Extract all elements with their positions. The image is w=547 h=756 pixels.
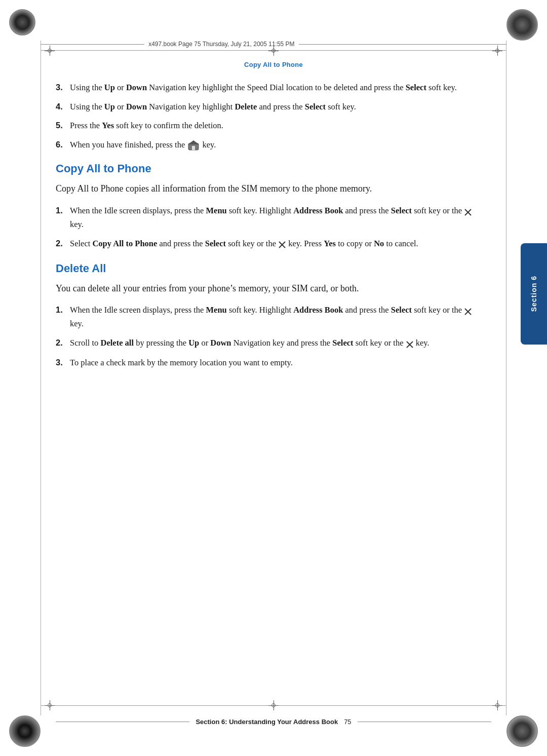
delete-step-1-num: 1. [56,304,70,330]
header-line-right [299,44,506,45]
corner-decoration-tl [9,9,35,35]
step-3: 3. Using the Up or Down Navigation key h… [56,81,481,94]
step-5-text: Press the Yes soft key to confirm the de… [70,119,223,132]
delete-all-intro: You can delete all your entries from you… [56,281,481,296]
copy-step-2: 2. Select Copy All to Phone and press th… [56,237,481,251]
crosshair-bot-mid [268,700,279,710]
svg-marker-1 [188,140,199,144]
step-4-num: 4. [56,100,70,114]
crosshair-bot-left [45,700,55,710]
svg-rect-2 [192,146,195,150]
corner-decoration-tr [506,9,538,41]
running-header-text: Copy All to Phone [244,61,303,68]
copy-step-2-num: 2. [56,237,70,251]
step-6-text: When you have finished, press the key. [70,138,216,152]
x-icon-3 [464,305,472,318]
footer: Section 6: Understanding Your Address Bo… [56,718,491,726]
copy-step-1: 1. When the Idle screen displays, press … [56,204,481,231]
step-3-num: 3. [56,81,70,94]
footer-page-number: 75 [344,718,351,726]
delete-all-steps: 1. When the Idle screen displays, press … [56,304,481,369]
step-5: 5. Press the Yes soft key to confirm the… [56,119,481,132]
delete-step-1: 1. When the Idle screen displays, press … [56,304,481,330]
delete-step-2-text: Scroll to Delete all by pressing the Up … [70,336,429,350]
copy-step-1-num: 1. [56,204,70,231]
delete-step-2-num: 2. [56,336,70,350]
x-icon-2 [278,238,286,251]
footer-line-left [56,722,189,722]
copy-all-intro: Copy All to Phone copies all information… [56,181,481,196]
left-rule [41,41,41,715]
step-6-num: 6. [56,138,70,152]
footer-section-text: Section 6: Understanding Your Address Bo… [196,718,338,726]
delete-step-2: 2. Scroll to Delete all by pressing the … [56,336,481,350]
home-icon [188,140,199,150]
corner-decoration-bl [9,715,41,747]
step-5-num: 5. [56,119,70,132]
initial-steps-list: 3. Using the Up or Down Navigation key h… [56,81,481,151]
step-4-text: Using the Up or Down Navigation key high… [70,100,356,114]
delete-step-3: 3. To place a check mark by the memory l… [56,356,481,369]
copy-step-2-text: Select Copy All to Phone and press the S… [70,237,418,251]
header-line-left [41,44,144,45]
corner-decoration-br [506,715,538,747]
section-tab-label: Section 6 [530,276,538,312]
section-tab: Section 6 [521,243,547,345]
delete-step-1-text: When the Idle screen displays, press the… [70,304,481,330]
copy-all-steps: 1. When the Idle screen displays, press … [56,204,481,251]
right-rule [506,41,506,715]
file-info: x497.book Page 75 Thursday, July 21, 200… [144,41,298,48]
x-icon-4 [406,337,414,350]
main-content: 3. Using the Up or Down Navigation key h… [56,76,481,690]
delete-step-3-text: To place a check mark by the memory loca… [70,356,293,369]
header-bar: x497.book Page 75 Thursday, July 21, 200… [41,41,506,48]
step-4: 4. Using the Up or Down Navigation key h… [56,100,481,114]
delete-all-heading: Delete All [56,262,481,275]
step-6: 6. When you have finished, press the key… [56,138,481,152]
copy-all-heading: Copy All to Phone [56,162,481,175]
step-3-text: Using the Up or Down Navigation key high… [70,81,457,94]
x-icon-1 [464,205,472,218]
running-header: Copy All to Phone [0,61,547,68]
crosshair-bot-right [492,700,502,710]
footer-line-right [358,722,491,722]
delete-step-3-num: 3. [56,356,70,369]
copy-step-1-text: When the Idle screen displays, press the… [70,204,481,231]
